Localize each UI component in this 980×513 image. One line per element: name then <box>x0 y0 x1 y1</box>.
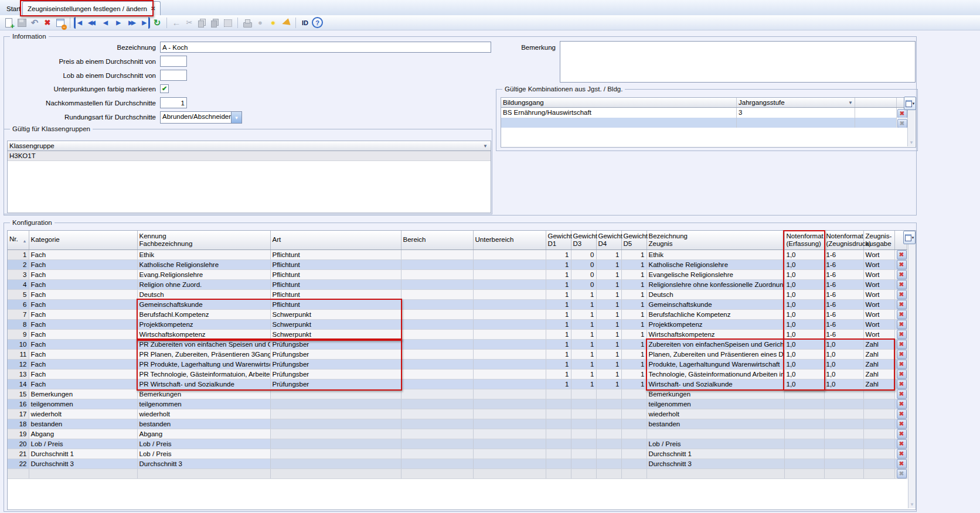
konfiguration-row-17[interactable]: 17wiederholtwiederholtwiederholt✖ <box>8 409 907 419</box>
bemerkung-textarea[interactable] <box>560 41 916 83</box>
column-header-nr[interactable]: Nr.▲ <box>8 231 29 249</box>
delete-row-button[interactable]: ✖ <box>897 270 907 279</box>
delete-row-button[interactable]: ✖ <box>897 419 907 429</box>
column-header-gewicht-d3[interactable]: GewichtD3 <box>571 231 596 249</box>
delete-row-button-disabled[interactable]: ✖ <box>897 119 907 128</box>
column-header-gewicht-d5[interactable]: GewichtD5 <box>621 231 646 249</box>
konfiguration-row-2[interactable]: 2FachKatholische ReligionslehrePflichtun… <box>8 259 907 269</box>
cut-icon[interactable]: ✂ <box>183 17 195 29</box>
konfiguration-row-18[interactable]: 18bestandenbestandenbestanden✖ <box>8 419 907 429</box>
bulb-icon[interactable]: ● <box>267 17 279 29</box>
delete-row-button[interactable]: ✖ <box>897 109 907 118</box>
tab-zeugniseinstellungen[interactable]: Zeugniseinstellungen festlegen / ändern … <box>22 1 161 15</box>
konfiguration-row-9[interactable]: 9FachWirtschaftskompetenzSchwerpunkt1111… <box>8 329 907 339</box>
delete-row-button[interactable]: ✖ <box>897 290 907 299</box>
column-header-unterbereich[interactable]: Unterbereich <box>473 231 546 249</box>
nachkomma-input[interactable] <box>160 97 187 108</box>
nav-last-icon[interactable]: ▶ <box>140 17 150 29</box>
column-header-bildungsgang[interactable]: Bildungsgang <box>501 98 737 107</box>
delete-row-button[interactable]: ✖ <box>897 449 907 459</box>
delete-row-button[interactable]: ✖ <box>897 439 907 449</box>
print-icon[interactable] <box>241 17 253 29</box>
nav-fast-next-icon[interactable]: ▶▶ <box>125 17 139 29</box>
konfiguration-row-13[interactable]: 13FachPR Technologie, Gästeinformatuion,… <box>8 369 907 379</box>
konfiguration-row-12[interactable]: 12FachPR Produkte, Lagerhaltung und Ware… <box>8 359 907 369</box>
klassengruppen-row[interactable]: H3KO1T <box>8 151 491 161</box>
delete-row-button[interactable]: ✖ <box>897 340 907 349</box>
delete-row-button[interactable]: ✖ <box>897 360 907 369</box>
column-header-bezeichnung-zeugnis[interactable]: BezeichnungZeugnis <box>646 231 784 249</box>
column-header-kategorie[interactable]: Kategorie <box>29 231 137 249</box>
scroll-down-icon[interactable]: ▼ <box>909 140 914 145</box>
delete-row-button[interactable]: ✖ <box>897 429 907 439</box>
refresh-icon[interactable]: ↻ <box>151 17 163 29</box>
delete-row-button[interactable]: ✖ <box>897 320 907 329</box>
delete-row-button[interactable]: ✖ <box>897 250 907 259</box>
paste-icon[interactable] <box>209 17 221 29</box>
konfiguration-row-14[interactable]: 14FachPR Wirtschaft- und SozialkundePrüf… <box>8 379 907 389</box>
delete-row-button[interactable]: ✖ <box>897 409 907 419</box>
save-icon[interactable] <box>16 17 28 29</box>
column-header-klassengruppe[interactable]: Klassengruppe ▼ <box>8 141 489 151</box>
nav-next-icon[interactable]: ▶ <box>113 17 124 29</box>
konfiguration-row-3[interactable]: 3FachEvang.ReligionslehrePflichtunt1011E… <box>8 269 907 279</box>
edit-form-icon[interactable] <box>55 17 66 29</box>
nav-fast-prev-icon[interactable]: ◀◀ <box>85 17 98 29</box>
lob-input[interactable] <box>160 70 187 81</box>
nav-prev-icon[interactable]: ◀ <box>100 17 111 29</box>
konfiguration-row-16[interactable]: 16teilgenommenteilgenommenteilgenommen✖ <box>8 399 907 409</box>
back-arrow-icon[interactable]: ← <box>171 17 182 29</box>
konfiguration-empty-row[interactable]: ✖ <box>8 468 907 478</box>
nav-first-icon[interactable]: ◀ <box>74 17 84 29</box>
delete-row-button[interactable]: ✖ <box>897 280 907 289</box>
delete-row-button[interactable]: ✖ <box>897 310 907 319</box>
column-header-gewicht-d4[interactable]: GewichtD4 <box>596 231 621 249</box>
konfiguration-row-20[interactable]: 20Lob / PreisLob / PreisLob / Preis✖ <box>8 439 907 449</box>
konfiguration-row-7[interactable]: 7FachBerufsfachl.KompetenzSchwerpunkt111… <box>8 309 907 319</box>
delete-row-button[interactable]: ✖ <box>897 389 907 399</box>
delete-row-button[interactable]: ✖ <box>897 459 907 468</box>
konfiguration-row-21[interactable]: 21Durchschnitt 1Lob / PreisDurchschnitt … <box>8 449 907 459</box>
column-header-jahrgangsstufe[interactable]: Jahrgangsstufe ▼ <box>737 98 855 107</box>
bell-icon[interactable] <box>280 17 292 29</box>
help-icon[interactable]: ? <box>312 17 323 28</box>
konfiguration-row-19[interactable]: 19AbgangAbgang✖ <box>8 429 907 439</box>
kombinationen-row[interactable]: BS Ernährung/Hauswirtschaft 3 ✖ <box>501 108 916 118</box>
delete-row-button[interactable]: ✖ <box>897 300 907 309</box>
chevron-down-icon[interactable]: ▾ <box>231 112 241 123</box>
delete-row-button[interactable]: ✖ <box>897 399 907 409</box>
scroll-down-icon[interactable]: ▼ <box>910 502 914 507</box>
delete-row-button[interactable]: ✖ <box>897 330 907 339</box>
copy-icon[interactable] <box>196 17 208 29</box>
delete-record-icon[interactable]: ✖ <box>42 17 53 29</box>
new-record-icon[interactable] <box>3 17 15 29</box>
rundungsart-select[interactable]: Abrunden/Abschneiden ▾ <box>160 111 242 124</box>
undo-icon[interactable]: ↶ <box>29 17 40 29</box>
tab-zeugniseinstellungen-close-icon[interactable]: ✕ <box>151 5 155 12</box>
konfiguration-row-22[interactable]: 22Durchschnitt 3Durchschnitt 3Durchschni… <box>8 459 907 468</box>
id-button[interactable]: ID <box>300 17 311 29</box>
konfiguration-row-5[interactable]: 5FachDeutschPflichtunt1111Deutsch1,01-6W… <box>8 289 907 299</box>
preis-input[interactable] <box>160 56 187 67</box>
chevron-down-icon[interactable]: ▼ <box>848 98 853 107</box>
kombinationen-row-empty[interactable]: ✖ <box>501 118 916 128</box>
delete-row-button[interactable]: ✖ <box>897 260 907 269</box>
delete-row-button[interactable]: ✖ <box>897 350 907 359</box>
column-header-notenformat-erfassung[interactable]: Notenformat(Erfassung) <box>784 231 824 249</box>
konfiguration-row-8[interactable]: 8FachProjektkompetenzSchwerpunkt1111Proj… <box>8 319 907 329</box>
konfiguration-row-15[interactable]: 15BemerkungenBemerkungenBemerkungen✖ <box>8 389 907 399</box>
delete-row-button-disabled[interactable]: ✖ <box>897 469 907 478</box>
column-header-art[interactable]: Art <box>270 231 401 249</box>
delete-row-button[interactable]: ✖ <box>897 370 907 379</box>
column-chooser-button[interactable]: ▾ <box>903 231 916 244</box>
konfiguration-row-10[interactable]: 10FachPR Zubereiten von einfachen Speise… <box>8 339 907 349</box>
unterpunkte-checkbox[interactable]: ✔ <box>160 84 169 93</box>
konfiguration-row-1[interactable]: 1FachEthikPflichtunt1011Ethik1,01-6Wort✖ <box>8 249 907 259</box>
konfiguration-row-6[interactable]: 6FachGemeinschaftskundePflichtunt1111Gem… <box>8 299 907 309</box>
column-header-notenformat-zeugnisdruck[interactable]: Notenformat(Zeugnisdruck) <box>824 231 863 249</box>
chevron-down-icon[interactable]: ▼ <box>483 141 488 151</box>
delete-row-button[interactable]: ✖ <box>897 379 907 389</box>
column-header-bereich[interactable]: Bereich <box>401 231 473 249</box>
column-header-kennung[interactable]: KennungFachbezeichnung <box>137 231 270 249</box>
konfiguration-scrollbar[interactable]: ▲ ▼ <box>908 231 916 508</box>
